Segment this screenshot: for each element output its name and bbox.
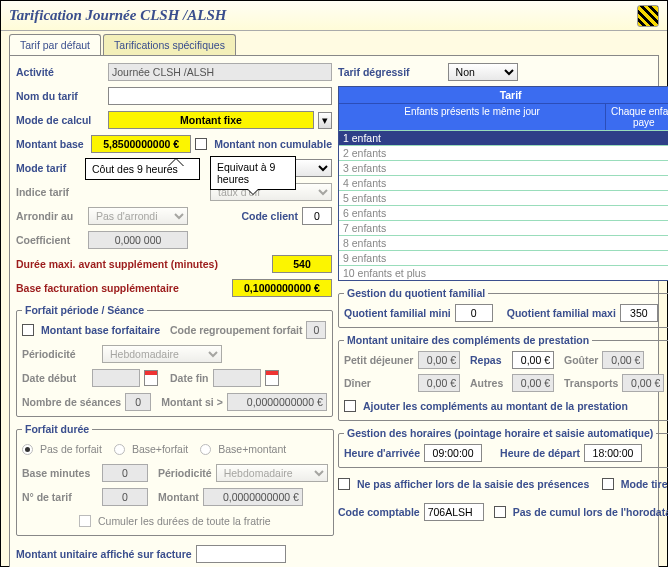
transports-label: Transports [564, 377, 618, 389]
heure-depart-label: Heure de départ [500, 447, 580, 459]
mode-calcul-label: Mode de calcul [16, 114, 104, 126]
ajouter-checkbox[interactable] [344, 400, 356, 412]
mb-forfaitaire-label: Montant base forfaitaire [41, 324, 160, 336]
base-minutes-input [102, 464, 148, 482]
table-row[interactable]: 4 enfants [339, 175, 668, 190]
table-row[interactable]: 7 enfants [339, 220, 668, 235]
code-client-input[interactable] [302, 207, 332, 225]
code-regroup-input [306, 321, 326, 339]
mode-calcul-dropdown-icon[interactable]: ▾ [318, 112, 332, 129]
montant-si-input [227, 393, 327, 411]
forfait-duree-legend: Forfait durée [22, 423, 92, 435]
th-paye: Chaque enfant paye [606, 104, 668, 130]
montant-duree-label: Montant [158, 491, 199, 503]
periodicite-label: Périodicité [22, 348, 98, 360]
qf-fieldset: Gestion du quotient familial Quotient fa… [338, 287, 668, 328]
pd-input [418, 351, 460, 369]
pas-cumul-checkbox[interactable] [494, 506, 506, 518]
radio-pas-forfait-label: Pas de forfait [40, 443, 102, 455]
nb-seances-label: Nombre de séances [22, 396, 121, 408]
autres-label: Autres [470, 377, 508, 389]
table-row[interactable]: 2 enfants [339, 145, 668, 160]
degressif-label: Tarif dégressif [338, 66, 410, 78]
radio-base-montant-label: Base+montant [218, 443, 286, 455]
code-regroup-label: Code regroupement forfait [170, 324, 302, 336]
table-row[interactable]: 1 enfant [339, 130, 668, 145]
code-comptable-input[interactable] [424, 503, 484, 521]
forfait-periode-legend: Forfait période / Séance [22, 304, 147, 316]
repas-input[interactable] [512, 351, 554, 369]
callout-equiv-9h: Equivaut à 9 heures [210, 156, 296, 190]
montant-duree-input [203, 488, 303, 506]
date-fin-label: Date fin [170, 372, 209, 384]
periodicite-select: Hebdomadaire [102, 345, 222, 363]
n-tarif-input [102, 488, 148, 506]
montant-unit-fact-input[interactable] [196, 545, 286, 563]
complements-legend: Montant unitaire des compléments de pres… [344, 334, 592, 346]
table-row[interactable]: 5 enfants [339, 190, 668, 205]
periodicite2-select: Hebdomadaire [216, 464, 328, 482]
tarif-table-title: Tarif [339, 87, 668, 104]
horaires-legend: Gestion des horaires (pointage horaire e… [344, 427, 656, 439]
tab-default[interactable]: Tarif par défaut [9, 34, 101, 55]
radio-base-montant [200, 444, 211, 455]
mode-tirelire-checkbox[interactable] [602, 478, 614, 490]
complements-fieldset: Montant unitaire des compléments de pres… [338, 334, 668, 421]
mode-calcul-select[interactable] [108, 111, 314, 129]
code-client-label: Code client [241, 210, 298, 222]
base-minutes-label: Base minutes [22, 467, 98, 479]
callout-cout-9h: Côut des 9 heures [85, 158, 200, 180]
arrondir-label: Arrondir au [16, 210, 84, 222]
heure-arrivee-input[interactable] [424, 444, 482, 462]
non-cumulable-checkbox[interactable] [195, 138, 207, 150]
non-cumulable-label: Montant non cumulable [214, 138, 332, 150]
repas-label: Repas [470, 354, 508, 366]
cumuler-label: Cumuler les durées de toute la fratrie [98, 515, 271, 527]
ne-pas-afficher-checkbox[interactable] [338, 478, 350, 490]
degressif-select[interactable]: Non [448, 63, 518, 81]
tab-specific[interactable]: Tarifications spécifiques [103, 34, 236, 55]
tarif-table: Tarif Enfants présents le même jour Chaq… [338, 86, 668, 281]
duree-maxi-input[interactable] [272, 255, 332, 273]
duree-maxi-label: Durée maxi. avant supplément (minutes) [16, 258, 218, 270]
app-icon [637, 5, 659, 27]
base-fact-label: Base facturation supplémentaire [16, 282, 179, 294]
qf-min-label: Quotient familial mini [344, 307, 451, 319]
calendar-icon[interactable] [265, 370, 279, 386]
montant-base-label: Montant base [16, 138, 87, 150]
montant-unit-fact-label: Montant unitaire affiché sur facture [16, 548, 192, 560]
gouter-label: Goûter [564, 354, 598, 366]
calendar-icon[interactable] [144, 370, 158, 386]
date-debut-label: Date début [22, 372, 88, 384]
n-tarif-label: N° de tarif [22, 491, 98, 503]
table-row[interactable]: 10 enfants et plus [339, 265, 668, 280]
cumuler-checkbox [79, 515, 91, 527]
nom-tarif-label: Nom du tarif [16, 90, 104, 102]
table-row[interactable]: 8 enfants [339, 235, 668, 250]
heure-depart-input[interactable] [584, 444, 642, 462]
heure-arrivee-label: Heure d'arrivée [344, 447, 420, 459]
coefficient-label: Coefficient [16, 234, 84, 246]
mb-forfaitaire-checkbox[interactable] [22, 324, 34, 336]
arrondir-select: Pas d'arrondi [88, 207, 188, 225]
mode-tirelire-label: Mode tirelire [621, 478, 668, 490]
horaires-fieldset: Gestion des horaires (pointage horaire e… [338, 427, 668, 468]
date-fin-input [213, 369, 261, 387]
nom-tarif-input[interactable] [108, 87, 332, 105]
diner-label: Dîner [344, 377, 414, 389]
radio-base-forfait [114, 444, 125, 455]
forfait-duree-fieldset: Forfait durée Pas de forfait Base+forfai… [16, 423, 334, 536]
periodicite2-label: Périodicité [158, 467, 212, 479]
coefficient-input [88, 231, 188, 249]
qf-max-input[interactable] [620, 304, 658, 322]
table-row[interactable]: 3 enfants [339, 160, 668, 175]
date-debut-input [92, 369, 140, 387]
diner-input [418, 374, 460, 392]
qf-min-input[interactable] [455, 304, 493, 322]
table-row[interactable]: 6 enfants [339, 205, 668, 220]
qf-max-label: Quotient familial maxi [507, 307, 616, 319]
nb-seances-input [125, 393, 151, 411]
table-row[interactable]: 9 enfants [339, 250, 668, 265]
base-fact-input[interactable] [232, 279, 332, 297]
th-enfants: Enfants présents le même jour [339, 104, 606, 130]
